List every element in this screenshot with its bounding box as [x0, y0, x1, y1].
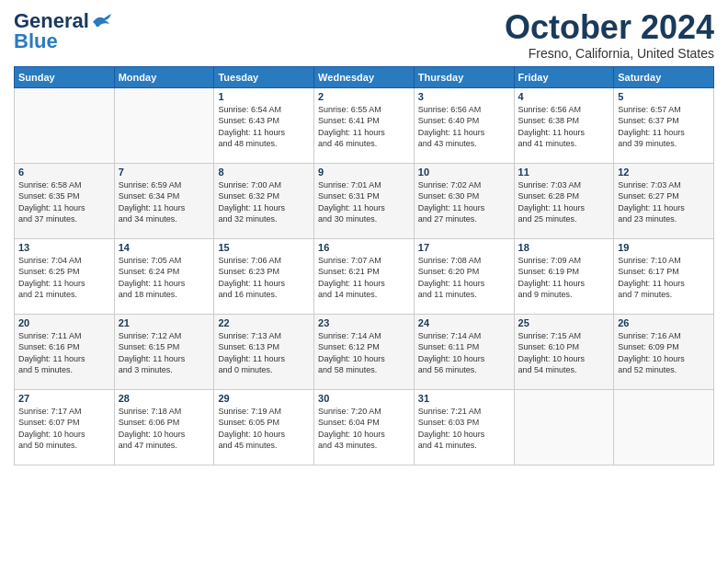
calendar-cell: 14Sunrise: 7:05 AM Sunset: 6:24 PM Dayli…: [114, 238, 214, 314]
day-number: 5: [618, 91, 710, 102]
calendar-cell: 18Sunrise: 7:09 AM Sunset: 6:19 PM Dayli…: [514, 238, 614, 314]
calendar-week-2: 6Sunrise: 6:58 AM Sunset: 6:35 PM Daylig…: [15, 163, 714, 238]
calendar-cell: [15, 87, 115, 163]
calendar-week-1: 1Sunrise: 6:54 AM Sunset: 6:43 PM Daylig…: [15, 87, 714, 163]
cell-content: Sunrise: 7:06 AM Sunset: 6:23 PM Dayligh…: [218, 255, 310, 301]
title-area: October 2024 Fresno, California, United …: [505, 9, 714, 61]
page-container: General Blue October 2024 Fresno, Califo…: [0, 0, 728, 470]
day-number: 7: [119, 167, 210, 178]
col-sunday: Sunday: [15, 66, 115, 87]
calendar-header: Sunday Monday Tuesday Wednesday Thursday…: [15, 66, 714, 87]
calendar-cell: 24Sunrise: 7:14 AM Sunset: 6:11 PM Dayli…: [414, 314, 514, 389]
day-number: 6: [18, 167, 110, 178]
day-number: 27: [18, 393, 110, 404]
calendar-week-5: 27Sunrise: 7:17 AM Sunset: 6:07 PM Dayli…: [15, 389, 714, 465]
location: Fresno, California, United States: [505, 46, 714, 61]
calendar-cell: 2Sunrise: 6:55 AM Sunset: 6:41 PM Daylig…: [314, 87, 415, 163]
calendar-cell: 4Sunrise: 6:56 AM Sunset: 6:38 PM Daylig…: [514, 87, 614, 163]
day-number: 2: [318, 91, 410, 102]
calendar-cell: 17Sunrise: 7:08 AM Sunset: 6:20 PM Dayli…: [414, 238, 514, 314]
calendar-cell: 3Sunrise: 6:56 AM Sunset: 6:40 PM Daylig…: [414, 87, 514, 163]
day-number: 24: [418, 317, 510, 328]
calendar-cell: 1Sunrise: 6:54 AM Sunset: 6:43 PM Daylig…: [214, 87, 314, 163]
cell-content: Sunrise: 7:21 AM Sunset: 6:03 PM Dayligh…: [418, 406, 510, 452]
day-number: 16: [318, 242, 410, 253]
col-monday: Monday: [114, 66, 214, 87]
calendar-cell: 26Sunrise: 7:16 AM Sunset: 6:09 PM Dayli…: [614, 314, 714, 389]
calendar-cell: 30Sunrise: 7:20 AM Sunset: 6:04 PM Dayli…: [314, 389, 415, 465]
col-tuesday: Tuesday: [214, 66, 314, 87]
day-number: 25: [518, 317, 610, 328]
day-number: 20: [18, 317, 110, 328]
day-number: 8: [218, 167, 310, 178]
day-number: 22: [218, 317, 310, 328]
cell-content: Sunrise: 7:03 AM Sunset: 6:28 PM Dayligh…: [518, 179, 610, 225]
calendar-cell: 20Sunrise: 7:11 AM Sunset: 6:16 PM Dayli…: [15, 314, 115, 389]
calendar-cell: 22Sunrise: 7:13 AM Sunset: 6:13 PM Dayli…: [214, 314, 314, 389]
day-number: 31: [418, 393, 510, 404]
day-number: 17: [418, 242, 510, 253]
day-number: 13: [18, 242, 110, 253]
calendar-cell: 28Sunrise: 7:18 AM Sunset: 6:06 PM Dayli…: [114, 389, 214, 465]
cell-content: Sunrise: 7:04 AM Sunset: 6:25 PM Dayligh…: [18, 255, 110, 301]
cell-content: Sunrise: 7:17 AM Sunset: 6:07 PM Dayligh…: [18, 406, 110, 452]
col-friday: Friday: [514, 66, 614, 87]
calendar-table: Sunday Monday Tuesday Wednesday Thursday…: [14, 66, 714, 465]
calendar-cell: 15Sunrise: 7:06 AM Sunset: 6:23 PM Dayli…: [214, 238, 314, 314]
day-number: 15: [218, 242, 310, 253]
day-number: 23: [318, 317, 410, 328]
day-number: 4: [518, 91, 610, 102]
calendar-cell: 8Sunrise: 7:00 AM Sunset: 6:32 PM Daylig…: [214, 163, 314, 238]
cell-content: Sunrise: 7:18 AM Sunset: 6:06 PM Dayligh…: [119, 406, 210, 452]
cell-content: Sunrise: 7:03 AM Sunset: 6:27 PM Dayligh…: [618, 179, 710, 225]
calendar-cell: 27Sunrise: 7:17 AM Sunset: 6:07 PM Dayli…: [15, 389, 115, 465]
cell-content: Sunrise: 7:01 AM Sunset: 6:31 PM Dayligh…: [318, 179, 410, 225]
calendar-cell: 9Sunrise: 7:01 AM Sunset: 6:31 PM Daylig…: [314, 163, 415, 238]
cell-content: Sunrise: 7:00 AM Sunset: 6:32 PM Dayligh…: [218, 179, 310, 225]
cell-content: Sunrise: 7:14 AM Sunset: 6:11 PM Dayligh…: [418, 330, 510, 376]
col-thursday: Thursday: [414, 66, 514, 87]
cell-content: Sunrise: 7:02 AM Sunset: 6:30 PM Dayligh…: [418, 179, 510, 225]
cell-content: Sunrise: 7:12 AM Sunset: 6:15 PM Dayligh…: [119, 330, 210, 376]
calendar-week-3: 13Sunrise: 7:04 AM Sunset: 6:25 PM Dayli…: [15, 238, 714, 314]
cell-content: Sunrise: 6:54 AM Sunset: 6:43 PM Dayligh…: [218, 104, 310, 150]
day-number: 12: [618, 167, 710, 178]
cell-content: Sunrise: 7:10 AM Sunset: 6:17 PM Dayligh…: [618, 255, 710, 301]
calendar-cell: 23Sunrise: 7:14 AM Sunset: 6:12 PM Dayli…: [314, 314, 415, 389]
logo-blue: Blue: [14, 29, 58, 53]
cell-content: Sunrise: 6:57 AM Sunset: 6:37 PM Dayligh…: [618, 104, 710, 150]
cell-content: Sunrise: 6:55 AM Sunset: 6:41 PM Dayligh…: [318, 104, 410, 150]
calendar-cell: 19Sunrise: 7:10 AM Sunset: 6:17 PM Dayli…: [614, 238, 714, 314]
day-number: 26: [618, 317, 710, 328]
calendar-cell: 11Sunrise: 7:03 AM Sunset: 6:28 PM Dayli…: [514, 163, 614, 238]
cell-content: Sunrise: 7:11 AM Sunset: 6:16 PM Dayligh…: [18, 330, 110, 376]
cell-content: Sunrise: 7:16 AM Sunset: 6:09 PM Dayligh…: [618, 330, 710, 376]
cell-content: Sunrise: 7:13 AM Sunset: 6:13 PM Dayligh…: [218, 330, 310, 376]
calendar-cell: 6Sunrise: 6:58 AM Sunset: 6:35 PM Daylig…: [15, 163, 115, 238]
calendar-cell: 29Sunrise: 7:19 AM Sunset: 6:05 PM Dayli…: [214, 389, 314, 465]
day-number: 18: [518, 242, 610, 253]
day-number: 9: [318, 167, 410, 178]
cell-content: Sunrise: 6:56 AM Sunset: 6:40 PM Dayligh…: [418, 104, 510, 150]
month-title: October 2024: [505, 9, 714, 46]
cell-content: Sunrise: 6:58 AM Sunset: 6:35 PM Dayligh…: [18, 179, 110, 225]
calendar-cell: [114, 87, 214, 163]
calendar-cell: 10Sunrise: 7:02 AM Sunset: 6:30 PM Dayli…: [414, 163, 514, 238]
cell-content: Sunrise: 6:59 AM Sunset: 6:34 PM Dayligh…: [119, 179, 210, 225]
day-number: 30: [318, 393, 410, 404]
header-row: Sunday Monday Tuesday Wednesday Thursday…: [15, 66, 714, 87]
calendar-cell: 5Sunrise: 6:57 AM Sunset: 6:37 PM Daylig…: [614, 87, 714, 163]
day-number: 28: [119, 393, 210, 404]
cell-content: Sunrise: 7:20 AM Sunset: 6:04 PM Dayligh…: [318, 406, 410, 452]
calendar-cell: [514, 389, 614, 465]
day-number: 3: [418, 91, 510, 102]
cell-content: Sunrise: 7:15 AM Sunset: 6:10 PM Dayligh…: [518, 330, 610, 376]
cell-content: Sunrise: 7:09 AM Sunset: 6:19 PM Dayligh…: [518, 255, 610, 301]
logo-bird-icon: [91, 13, 111, 29]
cell-content: Sunrise: 7:08 AM Sunset: 6:20 PM Dayligh…: [418, 255, 510, 301]
cell-content: Sunrise: 7:19 AM Sunset: 6:05 PM Dayligh…: [218, 406, 310, 452]
day-number: 29: [218, 393, 310, 404]
cell-content: Sunrise: 7:05 AM Sunset: 6:24 PM Dayligh…: [119, 255, 210, 301]
calendar-body: 1Sunrise: 6:54 AM Sunset: 6:43 PM Daylig…: [15, 87, 714, 465]
cell-content: Sunrise: 7:14 AM Sunset: 6:12 PM Dayligh…: [318, 330, 410, 376]
